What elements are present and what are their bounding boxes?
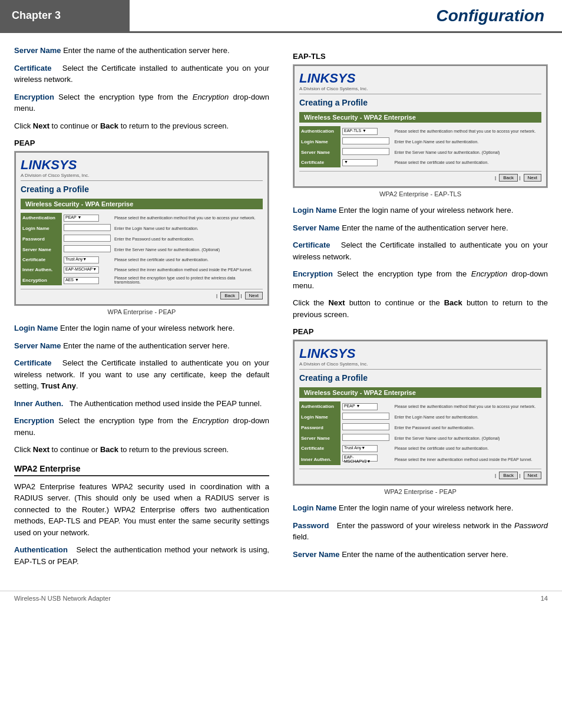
peap-label: PEAP [14, 139, 269, 147]
login-label-r: Login Name [299, 136, 340, 147]
profile-title-3: Creating a Profile [299, 373, 541, 383]
auth-select-r: EAP-TLS ▼ [342, 128, 378, 135]
cert-desc: Please select the certificate used for a… [113, 255, 263, 265]
enc-label: Encryption [21, 275, 62, 285]
login-input-cell-r [340, 136, 392, 147]
server-name-para: Server Name Enter the name of the authen… [14, 45, 269, 57]
cert-input-cell: Trust Any▼ [62, 255, 113, 265]
server-label-r2: Server Name [299, 433, 340, 443]
login-name-para2: Login Name Enter the login name of your … [14, 322, 269, 334]
auth-input-cell-r: EAP-TLS ▼ [340, 126, 392, 136]
cert-input-cell-r2: Trust Any▼ [340, 443, 392, 453]
table-row: Authentication PEAP ▼ Please select the … [21, 213, 263, 223]
certificate-para: Certificate Select the Certificate insta… [14, 62, 269, 85]
login-term-2: Login Name [14, 324, 58, 332]
server-term-r2: Server Name [293, 550, 340, 559]
eap-tls-screenshot-inner: LINKSYSA Division of Cisco Systems, Inc.… [293, 65, 547, 187]
inner-desc-r2: Please select the inner authentication m… [392, 453, 541, 465]
btn-row-3: | Back | Next [299, 469, 541, 479]
btn-row-1: | Back | Next [21, 289, 263, 299]
back-button-3[interactable]: Back [499, 472, 518, 479]
server-name-para-r: Server Name Enter the name of the authen… [293, 222, 548, 234]
back-button-1[interactable]: Back [220, 292, 239, 299]
table-row: Login Name Enter the Login Name used for… [299, 411, 541, 422]
cert-desc-r2: Please select the certificate used for a… [392, 443, 541, 453]
eap-tls-caption: WPA2 Enterprise - EAP-TLS [293, 190, 548, 197]
encryption-term: Encryption [14, 93, 54, 101]
cert-select-r2: Trust Any▼ [342, 445, 378, 452]
cert-term-r: Certificate [293, 241, 330, 249]
auth-desc-r2: Please select the authentication method … [392, 401, 541, 411]
server-name-para-r2: Server Name Enter the name of the authen… [293, 549, 548, 561]
footer-page: 14 [541, 595, 548, 602]
inner-authen-para: Inner Authen. The Authentication method … [14, 398, 269, 410]
auth-input-cell: PEAP ▼ [62, 213, 113, 223]
main-content: Server Name Enter the name of the authen… [0, 33, 562, 585]
page-title: Configuration [436, 6, 544, 25]
next-button-2[interactable]: Next [524, 174, 541, 182]
server-name-term: Server Name [14, 46, 61, 55]
table-row: Certificate ▼ Please select the certific… [299, 157, 541, 167]
page-header: Chapter 3 Configuration [0, 0, 562, 33]
cert-input-cell-r: ▼ [340, 157, 392, 167]
table-row: Login Name Enter the Login Name used for… [299, 136, 541, 147]
inner-select: EAP-MSCHAP▼ [64, 266, 99, 274]
back-button-2[interactable]: Back [499, 174, 518, 182]
login-label: Login Name [21, 223, 62, 233]
enc-select: AES ▼ [64, 277, 99, 284]
password-label: Password [21, 233, 62, 244]
certificate-para2: Certificate Select the Certificate insta… [14, 357, 269, 392]
server-input-cell-r2 [340, 433, 392, 443]
enc-term-2: Encryption [14, 416, 54, 425]
wpa2-peap-screenshot-box: LINKSYSA Division of Cisco Systems, Inc.… [293, 340, 548, 486]
footer-product: Wireless-N USB Network Adapter [14, 595, 111, 602]
table-row: Password Enter the Password used for aut… [299, 422, 541, 433]
certificate-para-r: Certificate Select the Certificate insta… [293, 239, 548, 262]
eap-tls-screenshot-box: LINKSYSA Division of Cisco Systems, Inc.… [293, 64, 548, 188]
table-row: Login Name Enter the Login Name used for… [21, 223, 263, 233]
server-desc-r2: Enter the Server Name used for authentic… [392, 433, 541, 443]
password-term-r2: Password [293, 521, 329, 530]
password-input-cell [62, 233, 113, 244]
login-label-r2: Login Name [299, 411, 340, 422]
password-input-cell-r2 [340, 422, 392, 433]
table-row: Authentication PEAP ▼ Please select the … [299, 401, 541, 411]
server-desc: Enter the Server Name used for authentic… [113, 244, 263, 255]
login-input-cell [62, 223, 113, 233]
inner-label: Inner Authen. [21, 265, 62, 275]
eap-tls-label: EAP-TLS [293, 52, 548, 61]
enc-desc: Please select the encryption type used t… [113, 275, 263, 285]
next-back-para-r: Click the Next button to continue or the… [293, 297, 548, 320]
auth-term: Authentication [14, 545, 68, 554]
chapter-text: Chapter 3 [12, 9, 61, 22]
peap-screenshot-inner: LINKSYSA Division of Cisco Systems, Inc.… [15, 151, 269, 305]
inner-desc: Please select the inner authentication m… [113, 265, 263, 275]
linksys-logo-2: LINKSYSA Division of Cisco Systems, Inc. [299, 71, 541, 94]
left-column: Server Name Enter the name of the authen… [14, 45, 275, 573]
next-button-1[interactable]: Next [245, 292, 263, 299]
peap-screenshot-box: LINKSYSA Division of Cisco Systems, Inc.… [14, 151, 269, 306]
login-desc-r: Enter the Login Name used for authentica… [392, 136, 541, 147]
auth-label-r2: Authentication [299, 401, 340, 411]
next-button-3[interactable]: Next [524, 472, 541, 479]
linksys-logo-1: LINKSYSA Division of Cisco Systems, Inc. [21, 157, 263, 181]
cert-label-r2: Certificate [299, 443, 340, 453]
table-row: Password Enter the Password used for aut… [21, 233, 263, 244]
login-input-r2 [342, 413, 389, 420]
server-label: Server Name [21, 244, 62, 255]
table-row: Server Name Enter the Server Name used f… [299, 433, 541, 443]
server-label-r: Server Name [299, 147, 340, 157]
peap-label-r: PEAP [293, 327, 548, 336]
password-desc: Enter the Password used for authenticati… [113, 233, 263, 244]
server-term-2: Server Name [14, 341, 61, 350]
auth-label-r: Authentication [299, 126, 340, 136]
login-term-r2: Login Name [293, 503, 336, 512]
peap-caption: WPA Enterprise - PEAP [14, 308, 269, 315]
login-desc: Enter the Login Name used for authentica… [113, 223, 263, 233]
cert-term-2: Certificate [14, 358, 52, 367]
cert-desc-r: Please select the certificate used for a… [392, 157, 541, 167]
next-back-para2: Click Next to continue or Back to return… [14, 444, 269, 456]
auth-input-cell-r2: PEAP ▼ [340, 401, 392, 411]
table-row: Certificate Trust Any▼ Please select the… [21, 255, 263, 265]
server-name-text: Enter the name of the authentication ser… [63, 46, 230, 55]
